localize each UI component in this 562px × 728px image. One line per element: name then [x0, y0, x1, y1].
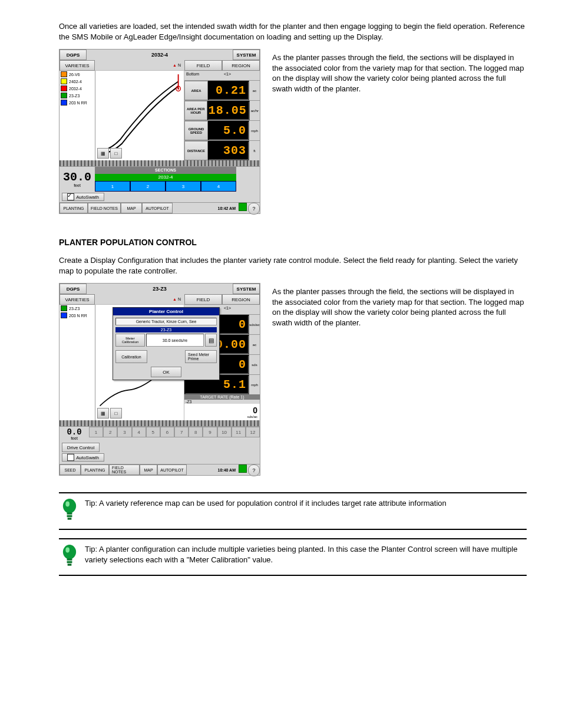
section-cell[interactable]: 2: [130, 181, 166, 192]
tip-2: Tip: A planter configuration can include…: [59, 538, 527, 576]
tick-strip: [59, 420, 260, 426]
dgps-button[interactable]: DGPS: [59, 284, 87, 294]
row-cell[interactable]: 1: [89, 427, 103, 437]
system-button[interactable]: SYSTEM: [233, 284, 260, 294]
svg-point-8: [63, 545, 76, 559]
sections-header: SECTIONS: [95, 167, 236, 174]
row-cell[interactable]: 8: [189, 427, 203, 437]
row-cell[interactable]: 9: [203, 427, 217, 437]
stats-panel: Bottom <1> AREA 0.21 ac AREA PER HOUR 18…: [184, 71, 260, 160]
checkbox-icon: [67, 454, 74, 461]
tab-planting[interactable]: PLANTING: [59, 203, 88, 213]
tip-1: Tip: A variety reference map can be used…: [59, 492, 527, 530]
drive-control-button[interactable]: Drive Control: [62, 443, 100, 452]
tab-seed[interactable]: SEED: [59, 465, 81, 475]
stat-label-speed: GROUND SPEED: [184, 121, 208, 140]
planter-intro-paragraph: Create a Display Configuration that incl…: [59, 255, 527, 276]
svg-point-2: [177, 88, 179, 90]
field-map[interactable]: ▦ □: [95, 71, 184, 160]
help-icon[interactable]: ?: [248, 465, 260, 476]
fig2-description: As the planter passes through the field,…: [272, 286, 527, 328]
target-rate-label: TARGET RATE (Rate 1): [184, 394, 260, 400]
clock-readout: 10:42 AM: [216, 203, 237, 213]
tab-field-notes[interactable]: FIELD NOTES: [88, 203, 121, 213]
map-tool-2-icon[interactable]: □: [110, 408, 122, 419]
row-cell[interactable]: 11: [232, 427, 246, 437]
stat-value-aph: 18.05: [207, 101, 250, 120]
target-rate-value: 0 sds/ac: [184, 404, 260, 420]
row-cell[interactable]: 10: [217, 427, 232, 437]
section-cell[interactable]: 4: [201, 181, 236, 192]
system-button[interactable]: SYSTEM: [233, 50, 260, 60]
autoswath-toggle[interactable]: AutoSwath: [62, 193, 104, 201]
tip-text: Tip: A planter configuration can include…: [85, 544, 524, 565]
svg-rect-6: [67, 515, 72, 517]
field-tab[interactable]: FIELD: [184, 60, 222, 71]
stat-value-speed: 5.0: [208, 121, 249, 140]
svg-rect-11: [67, 561, 72, 563]
svg-point-9: [65, 548, 70, 553]
row-cell[interactable]: 2: [103, 427, 117, 437]
svg-rect-10: [67, 559, 72, 561]
stat-label-aph: AREA PER HOUR: [184, 101, 207, 120]
map-north-label: ▲ N: [95, 294, 184, 305]
svg-point-3: [63, 499, 76, 513]
section-cell[interactable]: 1: [95, 181, 130, 192]
row-cell[interactable]: 3: [117, 427, 131, 437]
calculator-icon[interactable]: ▤: [205, 334, 217, 347]
tab-map[interactable]: MAP: [121, 203, 142, 213]
stat-label-dist: DISTANCE: [184, 141, 208, 160]
tab-planting[interactable]: PLANTING: [81, 465, 109, 475]
row-cell[interactable]: 7: [174, 427, 189, 437]
region-tab[interactable]: REGION: [222, 60, 260, 71]
map-tool-1-icon[interactable]: ▦: [97, 148, 109, 159]
svg-rect-7: [68, 518, 72, 520]
row-cell[interactable]: 6: [160, 427, 174, 437]
fig1-description: As the planter passes through the field,…: [272, 52, 527, 94]
varieties-button[interactable]: VARIETIES: [59, 294, 95, 305]
row-cell[interactable]: 4: [132, 427, 146, 437]
section-cell[interactable]: 3: [166, 181, 201, 192]
planter-control-dialog: Planter Control Generic Tractor, Kinze C…: [113, 307, 220, 380]
stat-value-area: 0.21: [208, 81, 249, 100]
map-tool-1-icon[interactable]: ▦: [97, 408, 109, 419]
row-cell[interactable]: 5: [146, 427, 160, 437]
stat-head-index: <1>: [222, 305, 260, 314]
variety-subheader: 23-Z3: [115, 327, 217, 332]
tab-field-notes[interactable]: FIELD NOTES: [109, 465, 140, 475]
map-north-label: ▲ N: [95, 60, 184, 71]
seed-meter-prime-button[interactable]: Seed Meter Prime: [185, 350, 217, 363]
region-tab[interactable]: REGION: [222, 294, 260, 305]
stat-head-index: <1>: [222, 71, 260, 80]
tab-map[interactable]: MAP: [140, 465, 157, 475]
config-field[interactable]: Generic Tractor, Kinze Corn, See: [115, 318, 217, 325]
tick-strip: [59, 160, 260, 166]
swath-width-readout: 30.0 feet: [59, 167, 95, 192]
svg-rect-5: [67, 513, 72, 515]
swath-width-readout: 0.0 feet: [59, 427, 89, 442]
ok-button[interactable]: OK: [151, 367, 181, 377]
lightbulb-icon: [61, 498, 78, 524]
tab-autopilot[interactable]: AUTOPILOT: [142, 203, 173, 213]
checkbox-icon: [67, 193, 74, 200]
autoswath-toggle[interactable]: AutoSwath: [62, 453, 104, 462]
heading-planter-control: PLANTER POPULATION CONTROL: [59, 238, 527, 247]
varieties-button[interactable]: VARIETIES: [59, 60, 95, 71]
varieties-legend: 26-V6 2402-4 2032-4 23-Z3 203 N RR: [59, 71, 95, 160]
dialog-title: Planter Control: [113, 308, 219, 315]
screenshot-variety-map: DGPS 2032-4 SYSTEM VARIETIES ▲ N FIELD R…: [59, 49, 260, 214]
help-icon[interactable]: ?: [248, 203, 260, 215]
field-tab[interactable]: FIELD: [184, 294, 222, 305]
meter-calibration-button[interactable]: Meter Calibration: [115, 334, 145, 347]
map-tool-2-icon[interactable]: □: [110, 148, 122, 159]
tab-autopilot[interactable]: AUTOPILOT: [157, 465, 187, 475]
stat-label-area: AREA: [184, 81, 208, 100]
tip-text: Tip: A variety reference map can be used…: [85, 498, 524, 509]
clock-readout: 10:40 AM: [216, 465, 237, 475]
meter-value-field[interactable]: 30.0 seeds/re: [146, 334, 204, 347]
screenshot-planter-control: DGPS 23-Z3 SYSTEM VARIETIES ▲ N FIELD RE…: [59, 283, 260, 476]
stat-value-dist: 303: [208, 141, 249, 160]
calibration-button[interactable]: Calibration: [115, 350, 147, 363]
row-cell[interactable]: 12: [246, 427, 260, 437]
dgps-button[interactable]: DGPS: [59, 50, 87, 60]
